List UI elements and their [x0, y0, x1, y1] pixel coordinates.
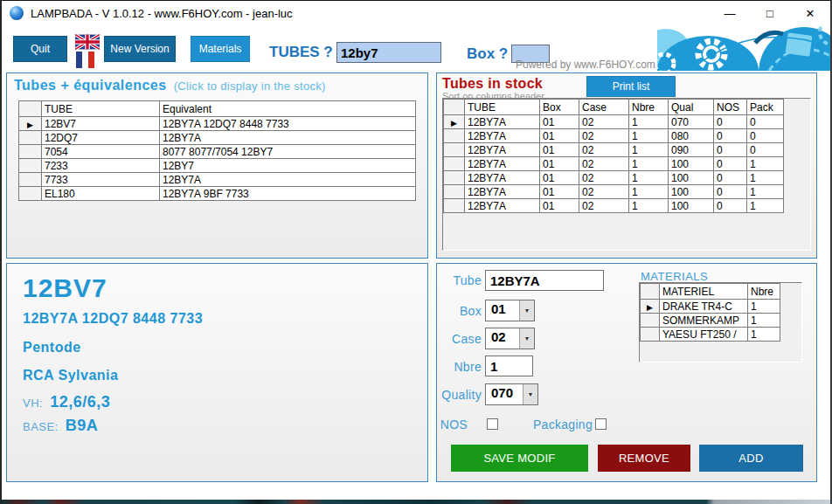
table-cell[interactable]: 12BY7A [465, 199, 540, 213]
table-cell[interactable]: 080 [669, 129, 714, 143]
add-button[interactable]: ADD [699, 445, 803, 472]
save-modif-button[interactable]: SAVE MODIF [451, 445, 588, 472]
column-header[interactable]: Pack [747, 100, 784, 115]
table-cell[interactable]: 02 [579, 143, 629, 157]
table-cell[interactable]: 12BY7A [465, 143, 540, 157]
table-cell[interactable]: 12BY7A [465, 185, 540, 199]
table-cell[interactable]: 7233 [42, 159, 160, 173]
table-cell[interactable]: 1 [747, 185, 784, 199]
table-cell[interactable]: 100 [669, 185, 714, 199]
table-row[interactable]: 12BY7A0102108000 [444, 129, 784, 143]
row-selector[interactable] [19, 187, 42, 201]
close-button[interactable]: ✕ [790, 1, 830, 25]
print-list-button[interactable]: Print list [586, 76, 676, 97]
france-flag-icon[interactable] [76, 52, 94, 68]
table-cell[interactable]: 0 [714, 199, 747, 213]
table-cell[interactable]: 12BY7A [465, 157, 540, 171]
table-cell[interactable]: 0 [747, 129, 784, 143]
table-cell[interactable]: 0 [714, 157, 747, 171]
form-quality-select[interactable]: 070▼ [485, 383, 538, 405]
column-header[interactable]: Box [540, 100, 579, 115]
column-header[interactable]: NOS [714, 100, 747, 115]
row-selector[interactable] [444, 143, 465, 157]
column-header[interactable]: Nbre [629, 100, 669, 115]
table-cell[interactable]: 0 [714, 115, 747, 129]
table-cell[interactable]: 12BY7A [465, 171, 540, 185]
form-nos-checkbox[interactable] [487, 418, 498, 430]
table-cell[interactable]: YAESU FT250 / [660, 328, 748, 342]
table-cell[interactable]: 8077 8077/7054 12BY7 [160, 145, 416, 159]
table-cell[interactable]: 12BY7A [465, 129, 540, 143]
table-cell[interactable]: 01 [540, 143, 579, 157]
column-header[interactable]: Qual [669, 100, 714, 115]
table-cell[interactable]: 1 [629, 171, 669, 185]
table-cell[interactable]: 0 [714, 185, 747, 199]
table-cell[interactable]: DRAKE TR4-C [660, 300, 748, 314]
minimize-button[interactable]: — [710, 1, 750, 25]
new-version-button[interactable]: New Version [104, 36, 176, 62]
current-row-arrow-icon[interactable]: ▶ [641, 300, 660, 314]
table-cell[interactable]: 0 [714, 129, 747, 143]
row-selector[interactable] [19, 159, 42, 173]
row-selector[interactable] [444, 129, 465, 143]
table-cell[interactable]: 01 [540, 185, 579, 199]
table-row[interactable]: 12BY7A0102110001 [444, 157, 784, 171]
table-row[interactable]: YAESU FT250 /1 [641, 328, 780, 342]
chevron-down-icon[interactable]: ▼ [523, 384, 537, 404]
table-cell[interactable]: 01 [540, 199, 579, 213]
table-cell[interactable]: 1 [629, 143, 669, 157]
form-packaging-checkbox[interactable] [595, 418, 607, 430]
table-cell[interactable]: 02 [579, 171, 629, 185]
table-cell[interactable]: 12BY7A 12DQ7 8448 7733 [160, 117, 416, 131]
column-header[interactable]: TUBE [465, 100, 540, 115]
table-row[interactable]: 70548077 8077/7054 12BY7 [19, 145, 416, 159]
table-cell[interactable]: 1 [629, 185, 669, 199]
table-cell[interactable]: 12BY7A [160, 131, 416, 145]
row-selector[interactable] [19, 145, 42, 159]
materials-button[interactable]: Materials [191, 36, 250, 62]
table-cell[interactable]: 0 [714, 143, 747, 157]
table-cell[interactable]: 02 [579, 199, 629, 213]
table-row[interactable]: 12BY7A0102110001 [444, 199, 784, 213]
table-cell[interactable]: EL180 [42, 187, 160, 201]
table-cell[interactable]: 0 [714, 171, 747, 185]
row-selector[interactable] [641, 328, 660, 342]
table-cell[interactable]: 1 [747, 157, 784, 171]
table-cell[interactable]: 1 [629, 157, 669, 171]
form-box-select[interactable]: 01▼ [485, 300, 535, 321]
row-selector[interactable] [444, 157, 465, 171]
table-row[interactable]: 12BY7A0102109000 [444, 143, 784, 157]
chevron-down-icon[interactable]: ▼ [519, 328, 534, 349]
table-cell[interactable]: 7054 [42, 145, 160, 159]
table-cell[interactable]: SOMMERKAMP [660, 314, 748, 328]
tubes-search-input[interactable] [336, 42, 441, 63]
table-cell[interactable]: 100 [669, 199, 714, 213]
table-cell[interactable]: 100 [669, 171, 714, 185]
column-header[interactable]: Case [579, 100, 629, 115]
table-cell[interactable]: 1 [748, 328, 780, 342]
table-cell[interactable]: 0 [747, 115, 784, 129]
table-cell[interactable]: 12BY7 [160, 159, 416, 173]
quit-button[interactable]: Quit [13, 36, 67, 62]
table-cell[interactable]: 1 [629, 129, 669, 143]
row-selector[interactable] [444, 185, 465, 199]
uk-flag-icon[interactable] [75, 34, 100, 50]
table-row[interactable]: ▶12BY7A0102107000 [444, 115, 784, 129]
maximize-button[interactable]: □ [750, 1, 790, 25]
table-cell[interactable]: 1 [748, 300, 780, 314]
form-case-select[interactable]: 02▼ [485, 328, 535, 349]
table-cell[interactable]: 1 [629, 115, 669, 129]
form-nbre-input[interactable] [485, 356, 533, 376]
table-row[interactable]: 773312BY7A [19, 173, 416, 187]
row-selector[interactable] [444, 171, 465, 185]
table-row[interactable]: 12DQ712BY7A [19, 131, 416, 145]
table-row[interactable]: 12BY7A0102110001 [444, 171, 784, 185]
table-row[interactable]: 12BY7A0102110001 [444, 185, 784, 199]
table-row[interactable]: ▶12BV712BY7A 12DQ7 8448 7733 [19, 117, 416, 131]
table-cell[interactable]: 12BY7A [160, 173, 416, 187]
table-cell[interactable]: 12BY7A [465, 115, 540, 129]
table-row[interactable]: EL18012BY7A 9BF 7733 [19, 187, 416, 201]
table-cell[interactable]: 1 [747, 199, 784, 213]
table-cell[interactable]: 01 [540, 171, 579, 185]
table-cell[interactable]: 02 [579, 185, 629, 199]
